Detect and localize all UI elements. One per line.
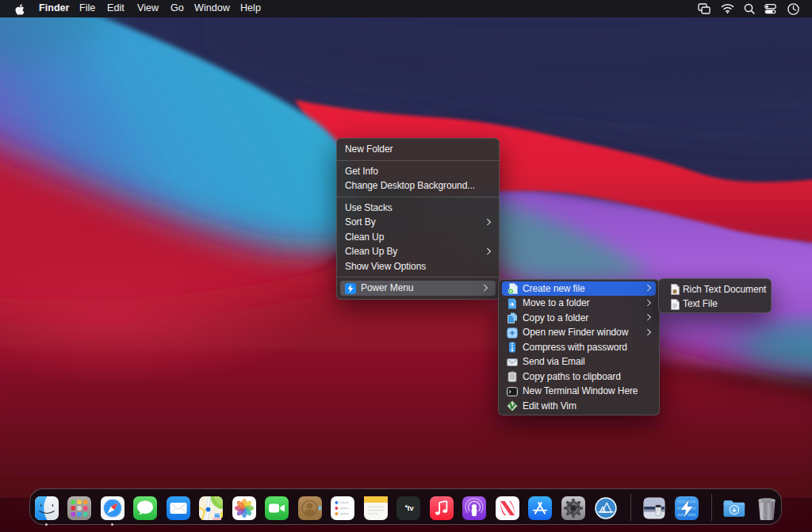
svg-text:tv: tv <box>408 503 415 512</box>
